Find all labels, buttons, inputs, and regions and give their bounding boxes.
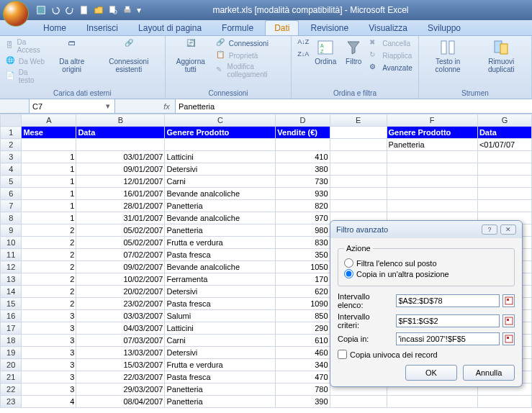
cell[interactable] (387, 188, 477, 200)
from-text-button[interactable]: 📄Da testo (4, 68, 46, 85)
row-header[interactable]: 1 (1, 127, 22, 139)
cell[interactable]: 1 (22, 188, 76, 200)
cell[interactable] (387, 200, 477, 212)
cell[interactable]: Panetteria (165, 200, 276, 212)
cell[interactable]: 31/01/2007 (76, 212, 165, 224)
row-header[interactable]: 19 (1, 347, 22, 359)
cell[interactable]: 20/02/2007 (76, 286, 165, 298)
row-header[interactable]: 3 (1, 151, 22, 163)
cell[interactable] (477, 151, 531, 163)
cell[interactable]: Panetteria (387, 139, 477, 151)
cell[interactable]: 07/02/2007 (76, 249, 165, 261)
row-header[interactable]: 10 (1, 237, 22, 249)
row-header[interactable]: 7 (1, 200, 22, 212)
cell[interactable]: Salumi (165, 310, 276, 322)
cell[interactable]: Pasta fresca (165, 249, 276, 261)
cell[interactable]: Data (477, 127, 531, 139)
clear-filter-button[interactable]: ✖Cancella (368, 37, 414, 49)
tab-home[interactable]: Home (35, 21, 75, 35)
cell[interactable] (276, 139, 330, 151)
cell[interactable]: Detersivi (165, 163, 276, 176)
cell[interactable]: 340 (276, 359, 330, 371)
cell[interactable]: Carni (165, 335, 276, 347)
radio-copy-other[interactable] (344, 269, 353, 278)
ok-button[interactable]: OK (405, 365, 457, 381)
cell[interactable]: 170 (276, 273, 330, 286)
text-to-columns-button[interactable]: Testo in colonne (423, 37, 473, 75)
other-sources-button[interactable]: 🗃Da altre origini (49, 37, 94, 75)
cell[interactable] (330, 396, 387, 408)
row-header[interactable]: 14 (1, 286, 22, 298)
tab-sviluppo[interactable]: Sviluppo (419, 21, 469, 35)
cell[interactable]: Bevande analcoliche (165, 261, 276, 273)
cell[interactable]: 1 (22, 151, 76, 163)
row-header[interactable]: 12 (1, 261, 22, 273)
cell[interactable]: Latticini (165, 151, 276, 163)
cell[interactable]: 29/03/2007 (76, 384, 165, 396)
row-header[interactable]: 8 (1, 212, 22, 224)
filter-button[interactable]: Filtro (342, 37, 365, 67)
cell[interactable]: 15/03/2007 (76, 359, 165, 371)
undo-icon[interactable] (50, 5, 60, 15)
row-header[interactable]: 20 (1, 359, 22, 371)
cell[interactable]: Ferramenta (165, 273, 276, 286)
ref-select-icon[interactable] (502, 332, 515, 345)
cell[interactable]: Detersivi (165, 347, 276, 359)
col-header-G[interactable]: G (477, 114, 531, 127)
cell[interactable]: Panetteria (165, 384, 276, 396)
cell[interactable]: 460 (276, 347, 330, 359)
cell[interactable]: 820 (276, 200, 330, 212)
cell[interactable]: 4 (22, 396, 76, 408)
row-header[interactable]: 5 (1, 176, 22, 188)
cell[interactable]: Detersivi (165, 286, 276, 298)
cell[interactable]: 1 (22, 176, 76, 188)
cell[interactable]: <01/07/07 (477, 139, 531, 151)
cell[interactable] (330, 127, 387, 139)
cell[interactable]: 04/03/2007 (76, 322, 165, 335)
row-header[interactable]: 18 (1, 335, 22, 347)
cell[interactable]: 09/02/2007 (76, 261, 165, 273)
cell[interactable]: 730 (276, 176, 330, 188)
cell[interactable]: 09/01/2007 (76, 163, 165, 176)
sort-asc-button[interactable]: A↓Z (296, 37, 309, 49)
cell[interactable] (330, 139, 387, 151)
namebox-dropdown-icon[interactable]: ▾ (104, 101, 112, 111)
cell[interactable] (387, 176, 477, 188)
cell[interactable] (330, 151, 387, 163)
tab-visualizza[interactable]: Visualizza (360, 21, 416, 35)
row-header[interactable]: 2 (1, 139, 22, 151)
row-header[interactable]: 21 (1, 371, 22, 384)
cell[interactable]: 380 (276, 163, 330, 176)
cell[interactable]: 05/02/2007 (76, 224, 165, 237)
tab-revisione[interactable]: Revisione (302, 21, 357, 35)
cell[interactable]: 1 (22, 163, 76, 176)
col-header-B[interactable]: B (76, 114, 165, 127)
reapply-button[interactable]: ↻Riapplica (368, 50, 414, 61)
cell[interactable]: 03/01/2007 (76, 151, 165, 163)
cell[interactable] (387, 163, 477, 176)
office-button[interactable] (3, 1, 29, 27)
cell[interactable]: 780 (276, 384, 330, 396)
cell[interactable] (330, 200, 387, 212)
sort-button[interactable]: AZOrdina (312, 37, 339, 67)
cell[interactable]: 850 (276, 310, 330, 322)
cell[interactable] (330, 163, 387, 176)
cell[interactable]: Bevande analcoliche (165, 188, 276, 200)
cell[interactable]: Genere Prodotto (387, 127, 477, 139)
tab-layout-di-pagina[interactable]: Layout di pagina (130, 21, 210, 35)
cell[interactable]: 2 (22, 286, 76, 298)
cell[interactable]: 830 (276, 237, 330, 249)
cell[interactable]: 23/02/2007 (76, 298, 165, 310)
cell[interactable]: Data (76, 127, 165, 139)
cell[interactable]: 3 (22, 310, 76, 322)
cell[interactable] (477, 176, 531, 188)
cell[interactable]: 2 (22, 224, 76, 237)
row-header[interactable]: 22 (1, 384, 22, 396)
cell[interactable]: Vendite (€) (276, 127, 330, 139)
fx-button[interactable]: fx (158, 99, 176, 113)
col-header-F[interactable]: F (387, 114, 477, 127)
cell[interactable]: 3 (22, 371, 76, 384)
cell[interactable]: 2 (22, 273, 76, 286)
cell[interactable]: Bevande analcoliche (165, 212, 276, 224)
cell[interactable]: 620 (276, 286, 330, 298)
